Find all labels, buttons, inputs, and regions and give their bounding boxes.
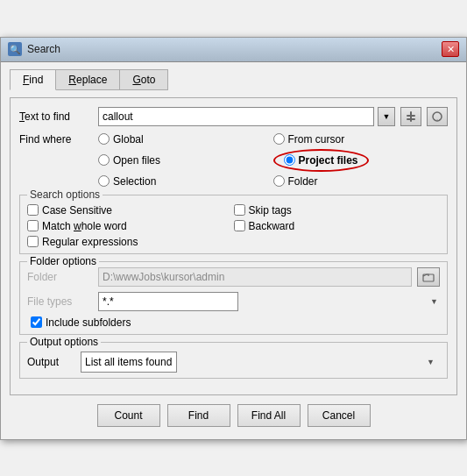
file-types-label: File types [27,295,93,308]
find-where-options: Global From cursor Open files [98,133,448,188]
file-types-dropdown-icon: ▼ [430,297,438,306]
tab-bar: Find Replace Goto [10,69,457,90]
opt-backward: Backward [234,220,441,232]
search-window: 🔍 Search ✕ Find Replace Goto Text to fin… [0,37,467,440]
find-all-button[interactable]: Find All [237,404,301,427]
cancel-button[interactable]: Cancel [308,404,371,427]
file-types-row: File types ▼ [27,292,440,311]
opt-regex: Regular expressions [27,236,440,248]
opt-backward-cb[interactable] [234,220,245,231]
radio-open-files-input[interactable] [98,154,110,166]
text-to-find-label: Text to find [19,110,98,123]
output-options-label: Output options [27,336,101,348]
include-subfolders-row: Include subfolders [27,316,440,329]
include-subfolders-cb[interactable] [31,316,42,328]
icon-btn-1[interactable] [400,107,421,126]
radio-selection-input[interactable] [98,175,110,187]
find-where-row-1: Global From cursor [98,133,448,146]
folder-options-section: Folder options Folder File types [19,261,448,335]
include-subfolders-label: Include subfolders [46,316,131,329]
text-to-find-dropdown[interactable]: ▼ [378,107,395,126]
radio-selection-label: Selection [113,175,156,188]
window-title: Search [27,43,60,55]
opt-case-sensitive: Case Sensitive [27,204,234,217]
text-to-find-row: Text to find ▼ … [19,107,448,126]
opt-regex-cb[interactable] [27,236,39,247]
opt-skip-tags-cb[interactable] [234,204,245,216]
radio-global: Global [98,133,273,146]
opt-case-sensitive-label: Case Sensitive [42,204,112,217]
radio-project-files-wrap: Project files [273,149,449,172]
opt-match-whole-word: Match whole word [27,220,234,232]
tab-goto[interactable]: Goto [119,69,168,90]
radio-from-cursor: From cursor [273,133,449,146]
tab-find[interactable]: Find [10,69,56,90]
opt-regex-label: Regular expressions [42,236,138,248]
app-icon: 🔍 [8,42,22,56]
radio-folder-input[interactable] [273,175,285,187]
folder-options-label: Folder options [27,255,99,267]
radio-from-cursor-input[interactable] [273,133,285,145]
find-where-label: Find where [19,133,98,146]
bottom-buttons: Count Find Find All Cancel [10,395,457,430]
radio-open-files-label: Open files [113,154,160,167]
radio-folder: Folder [273,175,449,188]
output-row: Output List all items found First item f… [27,352,440,373]
folder-label: Folder [27,271,93,283]
title-bar: 🔍 Search ✕ [1,38,466,62]
opt-skip-tags: Skip tags [234,204,441,217]
tab-replace-label: Replace [68,74,107,86]
radio-global-input[interactable] [98,133,110,145]
search-options-section: Search options Case Sensitive Skip tags … [19,195,448,254]
icon-btn-2[interactable]: … [427,107,448,126]
search-options-grid: Case Sensitive Skip tags Match whole wor… [27,204,440,248]
tab-replace[interactable]: Replace [55,69,120,90]
opt-backward-label: Backward [249,220,295,232]
file-types-select-wrap: ▼ [98,292,440,311]
project-files-highlight: Project files [273,149,369,172]
find-where-row: Find where Global From cursor [19,133,448,188]
output-label: Output [27,356,75,368]
svg-text:…: … [434,114,441,122]
tab-find-label: Find [23,74,43,86]
radio-selection: Selection [98,175,273,188]
radio-global-label: Global [113,133,144,146]
window-content: Find Replace Goto Text to find ▼ [1,62,466,439]
find-button[interactable]: Find [167,404,230,427]
radio-folder-label: Folder [288,175,318,188]
text-to-find-wrap: ▼ … [98,107,448,126]
opt-skip-tags-label: Skip tags [249,204,292,217]
folder-browse-button[interactable] [417,267,440,287]
svg-rect-2 [410,111,412,122]
find-where-row-3: Selection Folder [98,175,448,188]
text-to-find-input[interactable] [98,107,374,126]
radio-project-files-input[interactable] [284,154,295,166]
main-panel: Text to find ▼ … Find where [10,97,457,395]
file-types-input[interactable] [98,292,238,311]
radio-open-files: Open files [98,154,273,167]
search-options-label: Search options [27,188,103,201]
folder-path-input [98,267,412,287]
close-button[interactable]: ✕ [442,41,459,57]
folder-path-row: Folder [27,267,440,287]
radio-project-files-label: Project files [299,154,358,167]
opt-case-sensitive-cb[interactable] [27,204,39,216]
output-select-wrap: List all items found First item found [81,352,440,373]
opt-match-whole-word-cb[interactable] [27,220,39,231]
title-bar-left: 🔍 Search [8,42,60,56]
count-button[interactable]: Count [97,404,160,427]
output-select[interactable]: List all items found First item found [81,352,177,373]
radio-from-cursor-label: From cursor [288,133,345,146]
output-options-section: Output options Output List all items fou… [19,342,448,379]
tab-goto-label: Goto [132,74,155,86]
opt-match-whole-word-label: Match whole word [42,220,127,232]
find-where-row-2: Open files Project files [98,149,448,172]
